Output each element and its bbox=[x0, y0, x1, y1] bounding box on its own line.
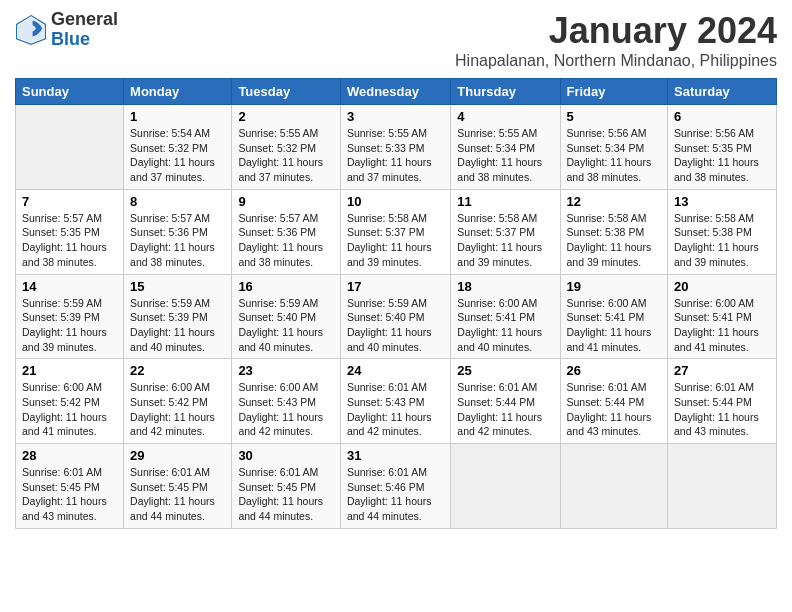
day-info: Sunrise: 5:55 AMSunset: 5:33 PMDaylight:… bbox=[347, 126, 444, 185]
logo-blue: Blue bbox=[51, 29, 90, 49]
day-info: Sunrise: 5:59 AMSunset: 5:39 PMDaylight:… bbox=[130, 296, 225, 355]
day-info: Sunrise: 5:58 AMSunset: 5:38 PMDaylight:… bbox=[674, 211, 770, 270]
calendar-subtitle: Hinapalanan, Northern Mindanao, Philippi… bbox=[455, 52, 777, 70]
day-number: 16 bbox=[238, 279, 334, 294]
calendar-cell bbox=[451, 444, 560, 529]
day-info: Sunrise: 6:01 AMSunset: 5:44 PMDaylight:… bbox=[457, 380, 553, 439]
day-number: 8 bbox=[130, 194, 225, 209]
weekday-header-thursday: Thursday bbox=[451, 79, 560, 105]
day-info: Sunrise: 6:01 AMSunset: 5:45 PMDaylight:… bbox=[130, 465, 225, 524]
calendar-cell: 15Sunrise: 5:59 AMSunset: 5:39 PMDayligh… bbox=[124, 274, 232, 359]
day-number: 4 bbox=[457, 109, 553, 124]
day-info: Sunrise: 5:58 AMSunset: 5:37 PMDaylight:… bbox=[457, 211, 553, 270]
day-number: 3 bbox=[347, 109, 444, 124]
calendar-cell: 31Sunrise: 6:01 AMSunset: 5:46 PMDayligh… bbox=[340, 444, 450, 529]
calendar-cell: 13Sunrise: 5:58 AMSunset: 5:38 PMDayligh… bbox=[668, 189, 777, 274]
day-info: Sunrise: 6:01 AMSunset: 5:43 PMDaylight:… bbox=[347, 380, 444, 439]
day-number: 20 bbox=[674, 279, 770, 294]
day-info: Sunrise: 5:54 AMSunset: 5:32 PMDaylight:… bbox=[130, 126, 225, 185]
day-info: Sunrise: 6:00 AMSunset: 5:41 PMDaylight:… bbox=[457, 296, 553, 355]
calendar-cell: 12Sunrise: 5:58 AMSunset: 5:38 PMDayligh… bbox=[560, 189, 668, 274]
day-number: 10 bbox=[347, 194, 444, 209]
day-number: 17 bbox=[347, 279, 444, 294]
calendar-cell: 4Sunrise: 5:55 AMSunset: 5:34 PMDaylight… bbox=[451, 105, 560, 190]
day-info: Sunrise: 5:59 AMSunset: 5:40 PMDaylight:… bbox=[238, 296, 334, 355]
header: General Blue January 2024 Hinapalanan, N… bbox=[15, 10, 777, 70]
calendar-cell bbox=[16, 105, 124, 190]
day-info: Sunrise: 6:00 AMSunset: 5:43 PMDaylight:… bbox=[238, 380, 334, 439]
weekday-header-tuesday: Tuesday bbox=[232, 79, 341, 105]
calendar-cell: 27Sunrise: 6:01 AMSunset: 5:44 PMDayligh… bbox=[668, 359, 777, 444]
day-info: Sunrise: 6:01 AMSunset: 5:45 PMDaylight:… bbox=[238, 465, 334, 524]
day-number: 19 bbox=[567, 279, 662, 294]
day-number: 21 bbox=[22, 363, 117, 378]
logo-general: General bbox=[51, 9, 118, 29]
week-row-1: 1Sunrise: 5:54 AMSunset: 5:32 PMDaylight… bbox=[16, 105, 777, 190]
calendar-cell: 24Sunrise: 6:01 AMSunset: 5:43 PMDayligh… bbox=[340, 359, 450, 444]
calendar-cell: 8Sunrise: 5:57 AMSunset: 5:36 PMDaylight… bbox=[124, 189, 232, 274]
weekday-header-sunday: Sunday bbox=[16, 79, 124, 105]
day-number: 5 bbox=[567, 109, 662, 124]
week-row-4: 21Sunrise: 6:00 AMSunset: 5:42 PMDayligh… bbox=[16, 359, 777, 444]
calendar-cell: 25Sunrise: 6:01 AMSunset: 5:44 PMDayligh… bbox=[451, 359, 560, 444]
day-info: Sunrise: 5:57 AMSunset: 5:36 PMDaylight:… bbox=[238, 211, 334, 270]
day-number: 2 bbox=[238, 109, 334, 124]
calendar-cell: 22Sunrise: 6:00 AMSunset: 5:42 PMDayligh… bbox=[124, 359, 232, 444]
calendar-cell: 6Sunrise: 5:56 AMSunset: 5:35 PMDaylight… bbox=[668, 105, 777, 190]
day-number: 24 bbox=[347, 363, 444, 378]
day-number: 25 bbox=[457, 363, 553, 378]
calendar-cell bbox=[560, 444, 668, 529]
day-info: Sunrise: 6:01 AMSunset: 5:44 PMDaylight:… bbox=[674, 380, 770, 439]
day-number: 31 bbox=[347, 448, 444, 463]
week-row-3: 14Sunrise: 5:59 AMSunset: 5:39 PMDayligh… bbox=[16, 274, 777, 359]
calendar-cell: 23Sunrise: 6:00 AMSunset: 5:43 PMDayligh… bbox=[232, 359, 341, 444]
day-number: 28 bbox=[22, 448, 117, 463]
day-number: 15 bbox=[130, 279, 225, 294]
calendar-cell: 10Sunrise: 5:58 AMSunset: 5:37 PMDayligh… bbox=[340, 189, 450, 274]
day-number: 13 bbox=[674, 194, 770, 209]
day-info: Sunrise: 6:00 AMSunset: 5:42 PMDaylight:… bbox=[130, 380, 225, 439]
calendar-table: SundayMondayTuesdayWednesdayThursdayFrid… bbox=[15, 78, 777, 529]
day-number: 12 bbox=[567, 194, 662, 209]
day-number: 18 bbox=[457, 279, 553, 294]
calendar-cell: 26Sunrise: 6:01 AMSunset: 5:44 PMDayligh… bbox=[560, 359, 668, 444]
day-number: 27 bbox=[674, 363, 770, 378]
day-info: Sunrise: 5:57 AMSunset: 5:35 PMDaylight:… bbox=[22, 211, 117, 270]
logo-text: General Blue bbox=[51, 10, 118, 50]
weekday-header-monday: Monday bbox=[124, 79, 232, 105]
day-info: Sunrise: 5:58 AMSunset: 5:38 PMDaylight:… bbox=[567, 211, 662, 270]
calendar-cell: 9Sunrise: 5:57 AMSunset: 5:36 PMDaylight… bbox=[232, 189, 341, 274]
week-row-5: 28Sunrise: 6:01 AMSunset: 5:45 PMDayligh… bbox=[16, 444, 777, 529]
calendar-cell: 1Sunrise: 5:54 AMSunset: 5:32 PMDaylight… bbox=[124, 105, 232, 190]
calendar-cell: 21Sunrise: 6:00 AMSunset: 5:42 PMDayligh… bbox=[16, 359, 124, 444]
day-info: Sunrise: 5:56 AMSunset: 5:34 PMDaylight:… bbox=[567, 126, 662, 185]
day-number: 30 bbox=[238, 448, 334, 463]
calendar-cell: 2Sunrise: 5:55 AMSunset: 5:32 PMDaylight… bbox=[232, 105, 341, 190]
day-info: Sunrise: 5:56 AMSunset: 5:35 PMDaylight:… bbox=[674, 126, 770, 185]
day-info: Sunrise: 6:00 AMSunset: 5:41 PMDaylight:… bbox=[674, 296, 770, 355]
calendar-cell: 5Sunrise: 5:56 AMSunset: 5:34 PMDaylight… bbox=[560, 105, 668, 190]
calendar-cell: 14Sunrise: 5:59 AMSunset: 5:39 PMDayligh… bbox=[16, 274, 124, 359]
calendar-cell: 16Sunrise: 5:59 AMSunset: 5:40 PMDayligh… bbox=[232, 274, 341, 359]
day-number: 14 bbox=[22, 279, 117, 294]
calendar-cell: 7Sunrise: 5:57 AMSunset: 5:35 PMDaylight… bbox=[16, 189, 124, 274]
calendar-cell: 30Sunrise: 6:01 AMSunset: 5:45 PMDayligh… bbox=[232, 444, 341, 529]
logo: General Blue bbox=[15, 10, 118, 50]
day-info: Sunrise: 5:55 AMSunset: 5:32 PMDaylight:… bbox=[238, 126, 334, 185]
calendar-cell: 19Sunrise: 6:00 AMSunset: 5:41 PMDayligh… bbox=[560, 274, 668, 359]
calendar-cell: 29Sunrise: 6:01 AMSunset: 5:45 PMDayligh… bbox=[124, 444, 232, 529]
week-row-2: 7Sunrise: 5:57 AMSunset: 5:35 PMDaylight… bbox=[16, 189, 777, 274]
day-info: Sunrise: 6:01 AMSunset: 5:46 PMDaylight:… bbox=[347, 465, 444, 524]
day-info: Sunrise: 6:00 AMSunset: 5:41 PMDaylight:… bbox=[567, 296, 662, 355]
weekday-header-friday: Friday bbox=[560, 79, 668, 105]
day-info: Sunrise: 6:01 AMSunset: 5:44 PMDaylight:… bbox=[567, 380, 662, 439]
calendar-cell: 11Sunrise: 5:58 AMSunset: 5:37 PMDayligh… bbox=[451, 189, 560, 274]
day-info: Sunrise: 5:59 AMSunset: 5:40 PMDaylight:… bbox=[347, 296, 444, 355]
calendar-cell: 3Sunrise: 5:55 AMSunset: 5:33 PMDaylight… bbox=[340, 105, 450, 190]
day-number: 22 bbox=[130, 363, 225, 378]
day-info: Sunrise: 5:59 AMSunset: 5:39 PMDaylight:… bbox=[22, 296, 117, 355]
day-number: 6 bbox=[674, 109, 770, 124]
day-info: Sunrise: 6:00 AMSunset: 5:42 PMDaylight:… bbox=[22, 380, 117, 439]
day-info: Sunrise: 5:55 AMSunset: 5:34 PMDaylight:… bbox=[457, 126, 553, 185]
weekday-row: SundayMondayTuesdayWednesdayThursdayFrid… bbox=[16, 79, 777, 105]
